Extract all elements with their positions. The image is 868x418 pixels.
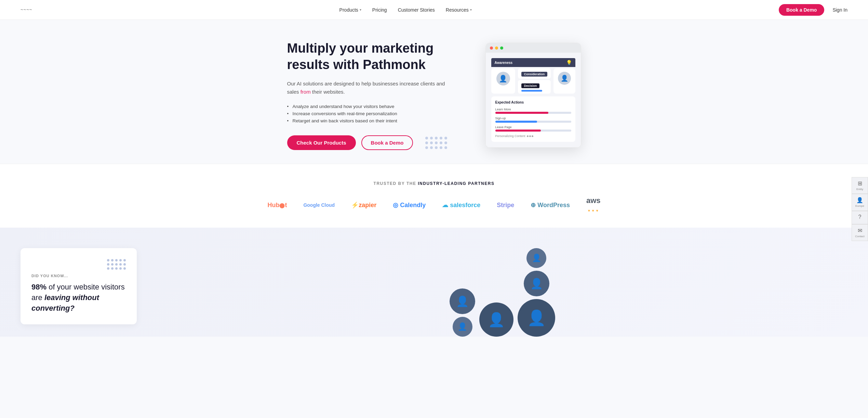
stripe-logo: Stripe	[497, 202, 514, 209]
expected-actions-label: Expected Actions	[495, 100, 571, 104]
visitors-illustration: 👤 👤 👤 👤 👤 👤	[157, 248, 847, 337]
mail-icon: ✉	[858, 227, 862, 234]
nav-pricing[interactable]: Pricing	[372, 7, 387, 13]
trust-label: TRUSTED BY THE INDUSTRY-LEADING PARTNERS	[21, 181, 847, 186]
logo: ~~~~	[21, 7, 32, 12]
dyk-stat: 98% of your website visitors are leaving…	[31, 282, 126, 313]
browser-dot-yellow	[495, 46, 498, 50]
partner-logos: Hub⬤t Google Cloud ⚡zapier ◎ Calendly ☁ …	[21, 196, 847, 214]
wordpress-logo: ⊕ WordPress	[531, 201, 570, 209]
google-cloud-logo: Google Cloud	[303, 202, 335, 208]
browser-dot-green	[500, 46, 503, 50]
decision-bar	[521, 90, 542, 92]
loading-dots	[527, 135, 533, 137]
leave-bar	[495, 130, 541, 132]
personalizing-label: Personalizing Content	[495, 134, 571, 138]
hero-section: Multiply your marketing results with Pat…	[229, 20, 639, 164]
grid-icon: ⊞	[858, 180, 862, 187]
learn-more-bar	[495, 112, 548, 114]
side-widget-europe[interactable]: 👤 Europe	[852, 194, 868, 211]
side-widget-help[interactable]: ?	[852, 211, 868, 224]
calendly-logo: ◎ Calendly	[393, 201, 426, 209]
aws-logo: aws▼▼▼	[586, 196, 601, 214]
visitor-3: 👤	[526, 248, 546, 268]
avatar-card-2: 👤	[553, 68, 575, 94]
person-icon: 👤	[856, 197, 863, 203]
browser-window: Awareness 💡 👤 Consideration Decision	[485, 43, 581, 148]
signup-row: Sign-up	[495, 117, 571, 123]
hero-bullets: Analyze and understand how your visitors…	[287, 103, 458, 124]
book-demo-button[interactable]: Book a Demo	[361, 135, 413, 150]
trust-section: TRUSTED BY THE INDUSTRY-LEADING PARTNERS…	[0, 164, 868, 228]
dot-decoration	[425, 137, 447, 149]
nav-products[interactable]: Products ▾	[339, 7, 361, 13]
stage-consideration-pill: Consideration	[521, 72, 548, 77]
hero-actions: Check Our Products Book a Demo	[287, 135, 458, 150]
learn-more-row: Learn More	[495, 108, 571, 114]
browser-topbar	[486, 43, 581, 53]
navbar: ~~~~ Products ▾ Pricing Customer Stories…	[0, 0, 868, 20]
nav-resources[interactable]: Resources ▾	[446, 7, 472, 13]
side-widget-label-entity: Entity	[856, 188, 863, 191]
stage-decision-pill: Decision	[521, 83, 540, 88]
side-widget-label-europe: Europe	[855, 204, 864, 208]
dyk-dots-decoration	[107, 259, 126, 270]
hero-illustration: Awareness 💡 👤 Consideration Decision	[485, 43, 581, 148]
nav-links: Products ▾ Pricing Customer Stories Reso…	[339, 7, 472, 13]
bullet-1: Analyze and understand how your visitors…	[287, 103, 458, 110]
check-products-button[interactable]: Check Our Products	[287, 135, 356, 150]
visitor-5: 👤	[518, 299, 555, 337]
zapier-logo: ⚡zapier	[351, 201, 376, 209]
visitor-1: 👤	[450, 288, 475, 314]
visitor-avatar-2: 👤	[558, 72, 571, 85]
chevron-down-icon: ▾	[360, 8, 361, 12]
bulb-icon: 💡	[566, 60, 572, 65]
visitor-2: 👤	[453, 317, 472, 337]
hero-title: Multiply your marketing results with Pat…	[287, 40, 458, 73]
side-widget-entity[interactable]: ⊞ Entity	[852, 177, 868, 194]
leave-page-row: Leave Page	[495, 125, 571, 132]
browser-content: Awareness 💡 👤 Consideration Decision	[486, 53, 581, 147]
visitors-group: 👤 👤 👤 👤 👤 👤	[450, 248, 555, 337]
dyk-card: DID YOU KNOW... 98% of your website visi…	[21, 248, 137, 324]
stage-awareness: Awareness	[495, 61, 513, 65]
browser-dot-red	[490, 46, 493, 50]
expected-actions-card: Expected Actions Learn More Sign-up Leav…	[491, 96, 575, 142]
dyk-label: DID YOU KNOW...	[31, 274, 126, 278]
bullet-2: Increase conversions with real-time pers…	[287, 110, 458, 117]
visitor-center: 👤	[479, 302, 513, 337]
dyk-section: DID YOU KNOW... 98% of your website visi…	[0, 228, 868, 337]
side-widgets: ⊞ Entity 👤 Europe ? ✉ Contact	[852, 177, 868, 241]
visitor-4: 👤	[524, 271, 549, 296]
hero-subtitle: Our AI solutions are designed to help bu…	[287, 80, 458, 96]
hubspot-logo: Hub⬤t	[267, 202, 287, 209]
nav-signin-link[interactable]: Sign In	[832, 7, 847, 13]
consideration-decision-cards: Consideration Decision	[518, 68, 551, 94]
consideration-card: Consideration	[518, 68, 551, 79]
help-icon: ?	[858, 214, 862, 220]
salesforce-logo: ☁ salesforce	[442, 201, 480, 209]
visitor-avatar-1: 👤	[496, 72, 510, 85]
chevron-down-icon: ▾	[470, 8, 472, 12]
side-widget-label-contact: Contact	[855, 235, 865, 238]
signup-bar	[495, 121, 537, 123]
nav-book-demo-button[interactable]: Book a Demo	[779, 4, 824, 16]
nav-customer-stories[interactable]: Customer Stories	[398, 7, 435, 13]
side-widget-contact[interactable]: ✉ Contact	[852, 224, 868, 241]
hero-content: Multiply your marketing results with Pat…	[287, 40, 458, 150]
avatar-card-1: 👤	[491, 68, 515, 94]
decision-card: Decision	[518, 80, 551, 94]
bullet-3: Retarget and win back visitors based on …	[287, 117, 458, 124]
